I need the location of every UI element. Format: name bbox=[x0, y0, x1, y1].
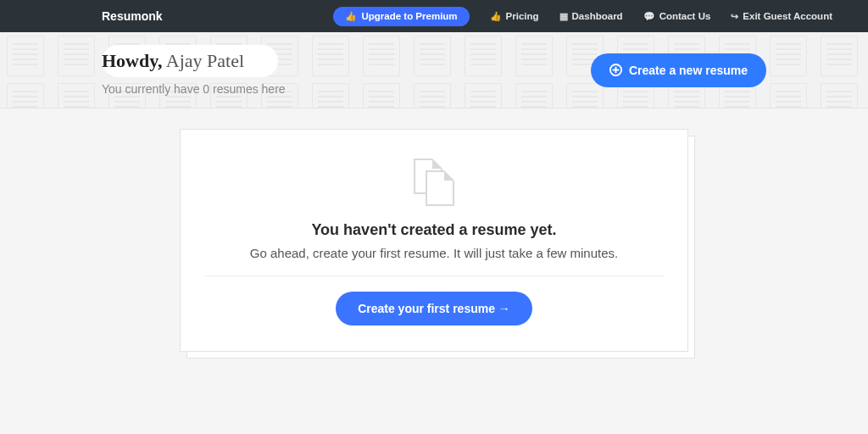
comment-icon: 💬 bbox=[643, 11, 655, 22]
resume-count-text: You currently have 0 resumes here bbox=[102, 82, 286, 96]
greeting-chip: Howdy, Ajay Patel bbox=[102, 45, 278, 77]
greeting-username: Ajay Patel bbox=[166, 50, 244, 71]
create-resume-label: Create a new resume bbox=[629, 64, 748, 77]
exit-icon: ↪ bbox=[731, 11, 738, 22]
brand-logo[interactable]: Resumonk bbox=[102, 9, 163, 23]
nav-exit-label: Exit Guest Account bbox=[743, 11, 832, 21]
nav-exit-guest[interactable]: ↪ Exit Guest Account bbox=[721, 6, 843, 27]
greeting-block: Howdy, Ajay Patel You currently have 0 r… bbox=[102, 45, 286, 96]
nav-contact[interactable]: 💬 Contact Us bbox=[633, 6, 721, 27]
empty-state-card: You haven't created a resume yet. Go ahe… bbox=[180, 129, 688, 352]
create-first-resume-button[interactable]: Create your first resume → bbox=[336, 292, 532, 326]
empty-state-title: You haven't created a resume yet. bbox=[204, 221, 664, 239]
nav-pricing-label: Pricing bbox=[506, 11, 539, 21]
main-content: You haven't created a resume yet. Go ahe… bbox=[0, 108, 868, 352]
thumbs-up-icon: 👍 bbox=[345, 11, 357, 22]
create-resume-button[interactable]: Create a new resume bbox=[591, 53, 766, 87]
documents-icon bbox=[409, 159, 459, 206]
greeting-prefix: Howdy, bbox=[102, 50, 163, 71]
nav-dashboard[interactable]: ▦ Dashboard bbox=[549, 6, 633, 27]
nav-pricing[interactable]: 👍 Pricing bbox=[480, 6, 549, 27]
top-navbar: Resumonk 👍 Upgrade to Premium 👍 Pricing … bbox=[0, 0, 868, 32]
dashboard-header: Howdy, Ajay Patel You currently have 0 r… bbox=[0, 32, 868, 108]
divider bbox=[204, 275, 664, 276]
thumbs-up-icon: 👍 bbox=[490, 11, 502, 22]
upgrade-premium-label: Upgrade to Premium bbox=[361, 11, 457, 21]
upgrade-premium-button[interactable]: 👍 Upgrade to Premium bbox=[333, 7, 469, 26]
plus-circle-icon bbox=[609, 64, 622, 76]
nav-contact-label: Contact Us bbox=[659, 11, 711, 21]
calendar-icon: ▦ bbox=[559, 11, 568, 22]
empty-state-subtitle: Go ahead, create your first resume. It w… bbox=[204, 246, 664, 260]
nav-dashboard-label: Dashboard bbox=[572, 11, 623, 21]
